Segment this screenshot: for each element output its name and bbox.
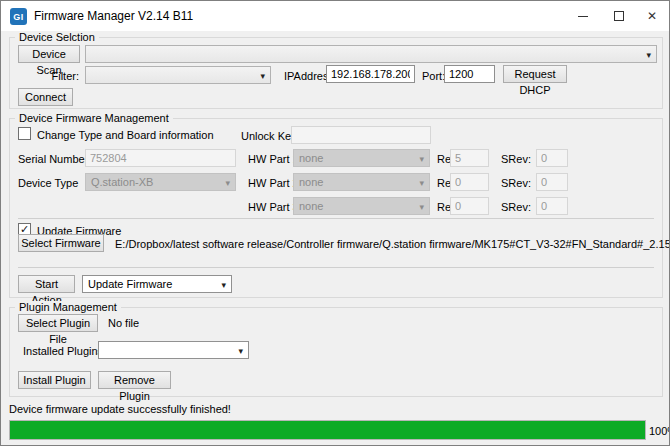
device-combobox[interactable]: ▾ <box>85 45 657 63</box>
device-type-value: Q.station-XB <box>91 176 153 188</box>
filter-label: Filter: <box>21 70 79 82</box>
close-button[interactable]: ✕ <box>634 1 670 31</box>
device-selection-group-label: Device Selction <box>15 31 99 44</box>
install-plugin-button[interactable]: Install Plugin <box>18 371 91 389</box>
chevron-down-icon: ▾ <box>260 69 265 84</box>
srev-3-input <box>536 197 568 215</box>
chevron-down-icon: ▾ <box>419 176 424 191</box>
chevron-down-icon: ▾ <box>238 344 243 359</box>
srev-3-label: SRev: <box>501 201 531 213</box>
firmware-manager-window: GI Firmware Manager V2.14 B11 ✕ Device S… <box>0 0 670 446</box>
firmware-management-group-label: Device Firmware Management <box>15 112 173 125</box>
minimize-button[interactable] <box>565 1 601 31</box>
installed-plugins-combobox[interactable]: ▾ <box>98 341 249 359</box>
srev-1-input <box>536 149 568 167</box>
title-bar: GI Firmware Manager V2.14 B11 ✕ <box>1 1 669 31</box>
action-combobox-value: Update Firmware <box>88 278 172 290</box>
change-type-checkbox-label: Change Type and Board information <box>37 129 214 141</box>
port-input[interactable] <box>444 65 495 83</box>
hw-part-2-combobox: none ▾ <box>293 173 430 191</box>
request-dhcp-button[interactable]: Request DHCP <box>503 65 567 83</box>
progress-percent-label: 100% <box>649 425 670 437</box>
status-message: Device firmware update successfully fini… <box>9 403 231 415</box>
chevron-down-icon: ▾ <box>419 152 424 167</box>
connect-button[interactable]: Connect <box>18 88 73 106</box>
separator <box>18 218 654 219</box>
select-firmware-button[interactable]: Select Firmware <box>18 234 104 252</box>
chevron-down-icon: ▾ <box>419 200 424 215</box>
rev-1-input <box>450 149 489 167</box>
unlock-key-input <box>291 126 431 144</box>
separator <box>18 267 654 268</box>
remove-plugin-button[interactable]: Remove Plugin <box>98 371 171 389</box>
maximize-icon <box>614 11 624 21</box>
firmware-path-text: E:/Dropbox/latest software release/Contr… <box>115 238 670 250</box>
hw-part-2-value: none <box>299 176 323 188</box>
action-combobox[interactable]: Update Firmware ▾ <box>82 275 232 293</box>
device-type-combobox: Q.station-XB ▾ <box>85 173 236 191</box>
minimize-icon <box>578 16 588 17</box>
close-icon: ✕ <box>647 10 657 22</box>
chevron-down-icon: ▾ <box>225 176 230 191</box>
chevron-down-icon: ▾ <box>221 278 226 293</box>
maximize-button[interactable] <box>601 1 637 31</box>
srev-1-label: SRev: <box>501 153 531 165</box>
device-type-label: Device Type <box>18 177 78 189</box>
hw-part-1-combobox: none ▾ <box>293 149 430 167</box>
rev-2-input <box>450 173 489 191</box>
chevron-down-icon: ▾ <box>646 48 651 63</box>
srev-2-input <box>536 173 568 191</box>
device-scan-button[interactable]: Device Scan <box>18 45 80 63</box>
port-label: Port: <box>422 70 445 82</box>
plugin-management-group-label: Plugin Management <box>15 301 121 314</box>
select-plugin-file-button[interactable]: Select Plugin File <box>18 314 98 332</box>
app-icon: GI <box>10 8 27 25</box>
hw-part-1-value: none <box>299 152 323 164</box>
window-title: Firmware Manager V2.14 B11 <box>34 9 193 23</box>
hw-part-3-combobox: none ▾ <box>293 197 430 215</box>
plugin-file-value: No file <box>108 317 139 329</box>
start-action-button[interactable]: Start Action <box>18 275 75 293</box>
installed-plugins-label: Installed Plugins <box>23 345 103 357</box>
change-type-checkbox[interactable] <box>18 127 31 140</box>
hw-part-3-value: none <box>299 200 323 212</box>
progress-bar-fill <box>10 421 645 439</box>
srev-2-label: SRev: <box>501 177 531 189</box>
progress-bar <box>9 420 646 440</box>
serial-number-label: Serial Number: <box>18 153 91 165</box>
filter-combobox[interactable]: ▾ <box>85 66 271 84</box>
serial-number-input <box>85 149 236 167</box>
ip-address-input[interactable] <box>326 65 415 83</box>
rev-3-input <box>450 197 489 215</box>
